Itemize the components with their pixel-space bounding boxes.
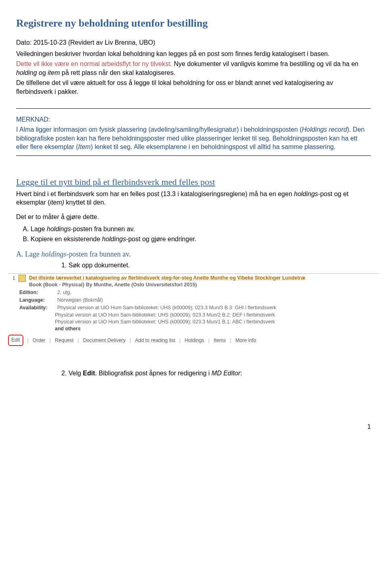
- section-heading: Legge til et nytt bind på et flerbindsve…: [16, 176, 371, 188]
- language-label: Language:: [8, 297, 55, 304]
- order-link[interactable]: Order: [33, 337, 46, 344]
- book-icon: [19, 275, 26, 282]
- action-separator: |: [179, 337, 181, 344]
- holdings-link[interactable]: Holdings: [185, 337, 204, 344]
- record-type-by: Book {Book - Physical} By Munthe, Anette…: [29, 281, 377, 289]
- request-link[interactable]: Request: [55, 337, 74, 344]
- edit-highlight-callout: Edit: [8, 335, 23, 346]
- method-list: Lage holdings-posten fra bunnen av. Kopi…: [31, 224, 371, 244]
- edition-label: Edition:: [8, 289, 55, 296]
- divider: [16, 155, 371, 156]
- step-a-heading: A. Lage holdings-posten fra bunnen av.: [16, 249, 371, 259]
- document-delivery-link[interactable]: Document Delivery: [83, 337, 126, 344]
- edit-link[interactable]: Edit: [11, 337, 20, 343]
- page-title: Registrere ny beholdning utenfor bestill…: [16, 16, 371, 30]
- edition-value: 2. utg.: [57, 289, 71, 296]
- page-number: 1: [16, 422, 371, 431]
- section2-paragraph-2: Det er to måter å gjøre dette.: [16, 213, 371, 222]
- step-list-a: Søk opp dokumentet.: [69, 261, 371, 270]
- add-to-reading-list-link[interactable]: Add to reading list: [135, 337, 175, 344]
- intro-paragraph-3: De tilfellene det vil være aktuelt for o…: [16, 79, 371, 96]
- list-item: Velg Edit. Bibliografisk post åpnes for …: [69, 369, 371, 378]
- step-list-a-continued: Velg Edit. Bibliografisk post åpnes for …: [69, 369, 371, 378]
- record-title-link[interactable]: Det illsinte læreverket i katalogisering…: [29, 275, 377, 282]
- availability-label: Availability:: [8, 304, 55, 311]
- more-info-link[interactable]: More info: [235, 337, 256, 344]
- action-separator: |: [50, 337, 51, 344]
- availability-line: Physical version at UiO Hum Sam-bibliote…: [57, 304, 276, 311]
- alma-screenshot: 1 Det illsinte læreverket i katalogiseri…: [8, 273, 379, 349]
- merknad-block: MERKNAD: I Alma ligger informasjon om fy…: [16, 115, 371, 151]
- action-separator: |: [27, 337, 29, 344]
- items-link[interactable]: Items: [214, 337, 226, 344]
- availability-line: Physical version at UiO Hum Sam-bibliote…: [8, 312, 379, 319]
- section2-paragraph-1: Hvert bind i et flerbindsverk som har en…: [16, 190, 371, 207]
- merknad-label: MERKNAD:: [16, 116, 50, 123]
- divider: [16, 108, 371, 109]
- list-item: Lage holdings-posten fra bunnen av.: [31, 224, 371, 234]
- record-actions: Edit | Order | Request | Document Delive…: [8, 332, 379, 349]
- list-item: Søk opp dokumentet.: [69, 261, 371, 270]
- action-separator: |: [129, 337, 131, 344]
- intro-red-sentence: Dette vil ikke være en normal arbeidsfly…: [16, 60, 172, 67]
- action-separator: |: [208, 337, 210, 344]
- action-separator: |: [78, 337, 79, 344]
- merknad-body: I Alma ligger informasjon om fysisk plas…: [16, 125, 371, 151]
- availability-line: Physical version at UiO Hum Sam-bibliote…: [8, 319, 379, 325]
- language-value: Norwegian (Bokmål): [57, 297, 103, 304]
- availability-more: and others: [8, 325, 379, 332]
- date-line: Dato: 2015-10-23 (Revidert av Liv Brenna…: [16, 38, 371, 47]
- intro-paragraph-2: Dette vil ikke være en normal arbeidsfly…: [16, 60, 371, 77]
- action-separator: |: [230, 337, 231, 344]
- result-index: 1: [10, 275, 15, 282]
- intro-paragraph-1: Veiledningen beskriver hvordan lokal beh…: [16, 50, 371, 58]
- list-item: Kopiere en eksisterende holdings-post og…: [31, 234, 371, 244]
